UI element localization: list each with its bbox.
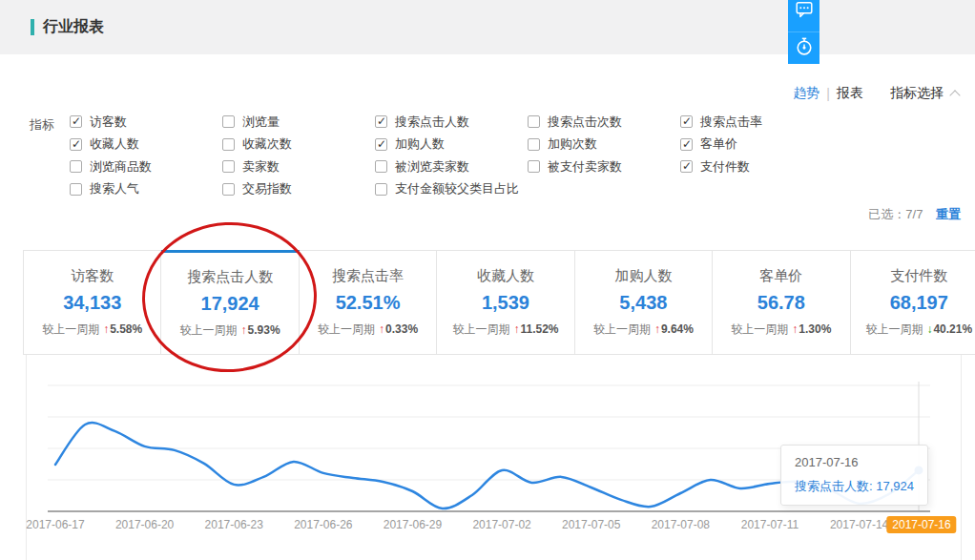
checkbox[interactable] — [528, 115, 540, 128]
checkbox[interactable] — [222, 115, 235, 128]
checkbox[interactable] — [375, 160, 387, 173]
metric-card[interactable]: 搜索点击率52.51%较上一周期↑0.33% — [300, 250, 437, 355]
arrow-up-icon: ↑ — [513, 322, 519, 336]
metric-column: 浏览量收藏次数卖家数交易指数 — [222, 111, 375, 200]
checkbox[interactable] — [528, 160, 540, 173]
metric-checkbox-label: 被浏览卖家数 — [395, 158, 469, 176]
metric-checkbox-item[interactable]: 访客数 — [70, 111, 222, 134]
checkbox[interactable] — [375, 183, 387, 196]
metric-card[interactable]: 支付件数68,197较上一周期↓40.21% — [851, 250, 975, 355]
card-change: 较上一周期↑5.58% — [42, 321, 142, 338]
x-tick-label: 2017-06-17 — [26, 518, 84, 531]
metric-checkbox-label: 加购人数 — [395, 135, 445, 153]
change-percent: 11.52% — [520, 322, 558, 336]
metric-select-label: 指标选择 — [890, 85, 944, 102]
change-percent: 1.30% — [799, 322, 831, 336]
metric-checkbox-label: 客单价 — [700, 135, 737, 153]
metric-card[interactable]: 加购人数5,438较上一周期↑9.64% — [575, 250, 713, 355]
metric-column: 搜索点击人数加购人数被浏览卖家数支付金额较父类目占比 — [375, 111, 528, 200]
metric-checkbox-item[interactable]: 交易指数 — [222, 178, 375, 201]
checkbox[interactable] — [680, 138, 693, 151]
metric-checkbox-item[interactable]: 浏览量 — [222, 111, 375, 134]
checkbox[interactable] — [375, 138, 387, 151]
compare-prefix: 较上一周期 — [318, 322, 375, 336]
change-percent: 9.64% — [661, 322, 694, 336]
tooltip-date: 2017-07-16 — [795, 455, 914, 469]
metric-checkbox-item[interactable]: 客单价 — [680, 134, 833, 156]
arrow-down-icon: ↓ — [926, 322, 932, 336]
metrics-panel-label: 指标 — [30, 116, 54, 134]
checkbox[interactable] — [70, 115, 82, 128]
tab-trend[interactable]: 趋势 — [793, 85, 819, 102]
card-label: 搜索点击人数 — [187, 268, 273, 286]
metric-card[interactable]: 访客数34,133较上一周期↑5.58% — [23, 250, 161, 355]
x-tick-label: 2017-06-26 — [294, 518, 352, 531]
card-label: 搜索点击率 — [332, 267, 404, 285]
view-switch: 趋势 | 报表 指标选择 — [793, 85, 959, 102]
metric-checkbox-label: 浏览商品数 — [90, 158, 152, 176]
metric-select-toggle[interactable]: 指标选择 — [890, 85, 959, 102]
metric-column: 搜索点击率客单价支付件数 — [680, 111, 833, 200]
metric-checkbox-label: 被支付卖家数 — [548, 158, 622, 176]
card-value: 68,197 — [890, 292, 948, 314]
checkbox[interactable] — [680, 160, 693, 173]
card-change: 较上一周期↑5.93% — [180, 322, 280, 339]
card-change: 较上一周期↑0.33% — [318, 321, 418, 338]
card-label: 加购人数 — [614, 267, 672, 285]
checkbox[interactable] — [222, 138, 235, 151]
change-percent: 40.21% — [933, 322, 972, 336]
metric-card[interactable]: 搜索点击人数17,924较上一周期↑5.93% — [161, 250, 299, 355]
checkbox[interactable] — [680, 115, 693, 128]
floating-toolbar — [788, 0, 819, 64]
compare-prefix: 较上一周期 — [865, 322, 923, 336]
metric-checkbox-item[interactable]: 收藏次数 — [222, 134, 375, 156]
metric-checkbox-item[interactable]: 加购次数 — [528, 134, 680, 156]
metric-checkbox-item[interactable]: 支付金额较父类目占比 — [375, 178, 528, 201]
metric-checkbox-label: 支付金额较父类目占比 — [395, 180, 519, 197]
card-change: 较上一周期↑9.64% — [593, 321, 694, 338]
metric-checkbox-item[interactable]: 搜索点击率 — [680, 111, 833, 134]
checkbox[interactable] — [70, 183, 82, 196]
compare-prefix: 较上一周期 — [42, 322, 99, 336]
metric-checkbox-item[interactable]: 加购人数 — [375, 134, 528, 156]
card-label: 收藏人数 — [477, 267, 534, 285]
metric-checkbox-label: 卖家数 — [242, 158, 280, 176]
industry-report-page: 行业报表 — [0, 0, 975, 560]
metric-checkbox-item[interactable]: 卖家数 — [222, 156, 375, 178]
card-value: 56.78 — [757, 292, 805, 314]
metric-card[interactable]: 收藏人数1,539较上一周期↑11.52% — [437, 250, 574, 355]
tab-report[interactable]: 报表 — [837, 85, 863, 102]
metric-checkbox-label: 搜索点击次数 — [548, 114, 622, 131]
metric-card[interactable]: 客单价56.78较上一周期↑1.30% — [713, 250, 850, 355]
timer-button[interactable] — [788, 31, 819, 64]
highlighted-x-label: 2017-07-16 — [886, 516, 956, 533]
checkbox[interactable] — [70, 138, 82, 151]
metric-checkbox-item[interactable]: 被支付卖家数 — [528, 156, 680, 178]
reset-button[interactable]: 重置 — [936, 207, 961, 221]
card-label: 支付件数 — [890, 267, 947, 285]
chart-tooltip: 2017-07-16 搜索点击人数: 17,924 — [780, 445, 928, 506]
metric-checkbox-item[interactable]: 收藏人数 — [70, 134, 222, 156]
change-percent: 0.33% — [385, 322, 418, 336]
metric-checkbox-label: 访客数 — [90, 114, 127, 131]
card-label: 访客数 — [71, 267, 114, 285]
card-change: 较上一周期↓40.21% — [865, 321, 972, 338]
metric-checkbox-item[interactable]: 被浏览卖家数 — [375, 156, 528, 178]
checkbox[interactable] — [528, 138, 540, 151]
checkbox[interactable] — [375, 115, 387, 128]
metric-cards-row: 访客数34,133较上一周期↑5.58%搜索点击人数17,924较上一周期↑5.… — [23, 250, 975, 355]
metric-column: 搜索点击次数加购次数被支付卖家数 — [528, 111, 680, 200]
checkbox[interactable] — [70, 160, 82, 173]
card-value: 34,133 — [63, 292, 121, 314]
metric-checkbox-item[interactable]: 搜索人气 — [70, 178, 222, 201]
feedback-button[interactable] — [788, 0, 819, 31]
card-label: 客单价 — [759, 267, 802, 285]
metric-checkbox-label: 收藏人数 — [90, 135, 139, 153]
metric-checkbox-item[interactable]: 搜索点击人数 — [375, 111, 528, 134]
metric-checkbox-item[interactable]: 搜索点击次数 — [528, 111, 680, 134]
metric-checkbox-item[interactable]: 浏览商品数 — [70, 156, 222, 178]
metrics-checkbox-grid: 访客数收藏人数浏览商品数搜索人气浏览量收藏次数卖家数交易指数搜索点击人数加购人数… — [70, 111, 833, 200]
metric-checkbox-item[interactable]: 支付件数 — [680, 156, 833, 178]
checkbox[interactable] — [222, 183, 235, 196]
checkbox[interactable] — [222, 160, 235, 173]
